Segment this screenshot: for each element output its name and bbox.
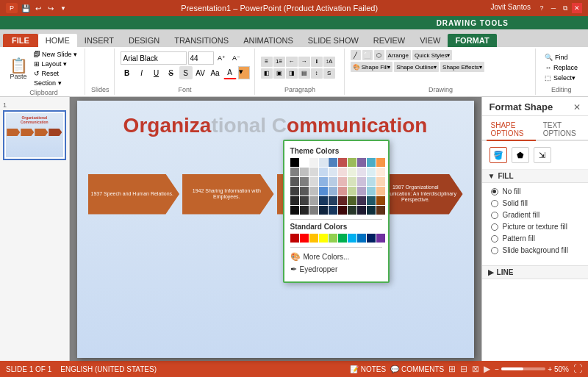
underline-btn[interactable]: U bbox=[150, 66, 163, 79]
line-section-header[interactable]: ▶ LINE bbox=[482, 265, 588, 279]
fill-option-picture[interactable]: Picture or texture fill bbox=[491, 223, 579, 231]
numbering-btn[interactable]: 1≡ bbox=[273, 57, 285, 67]
paste-btn[interactable]: 📋 Paste bbox=[7, 57, 29, 82]
theme-color-swatch[interactable] bbox=[338, 158, 347, 167]
reading-view-btn[interactable]: ⊠ bbox=[472, 364, 479, 374]
theme-color-swatch[interactable] bbox=[357, 196, 366, 205]
theme-color-swatch[interactable] bbox=[348, 177, 356, 186]
theme-color-swatch[interactable] bbox=[376, 196, 385, 205]
eyedropper-btn[interactable]: ✒ Eyedropper bbox=[290, 263, 382, 276]
normal-view-btn[interactable]: ⊞ bbox=[448, 364, 456, 374]
fill-radio-pattern[interactable] bbox=[491, 235, 498, 243]
layout-btn[interactable]: ⊞ Layout ▾ bbox=[31, 60, 80, 68]
standard-color-swatch[interactable] bbox=[338, 234, 347, 243]
comments-btn[interactable]: 💬 COMMENTS bbox=[390, 365, 444, 373]
theme-color-swatch[interactable] bbox=[329, 187, 337, 195]
tab-animations[interactable]: ANIMATIONS bbox=[236, 34, 301, 47]
fill-radio-solid[interactable] bbox=[491, 200, 498, 207]
theme-color-swatch[interactable] bbox=[338, 196, 347, 205]
size-icon-btn[interactable]: ⇲ bbox=[534, 147, 551, 163]
theme-color-swatch[interactable] bbox=[290, 196, 299, 205]
more-colors-btn[interactable]: 🎨 More Colors... bbox=[290, 251, 382, 263]
save-quick-btn[interactable]: 💾 bbox=[21, 3, 31, 13]
fill-option-gradient[interactable]: Gradient fill bbox=[491, 211, 579, 219]
close-btn[interactable]: ✕ bbox=[572, 3, 582, 13]
fill-option-slide-bg[interactable]: Slide background fill bbox=[491, 246, 579, 254]
fill-option-pattern[interactable]: Pattern fill bbox=[491, 234, 579, 243]
theme-color-swatch[interactable] bbox=[319, 206, 328, 215]
theme-color-swatch[interactable] bbox=[338, 177, 347, 186]
tab-text-options[interactable]: TEXT OPTIONS bbox=[539, 119, 584, 140]
theme-color-swatch[interactable] bbox=[357, 187, 366, 195]
undo-btn[interactable]: ↩ bbox=[33, 3, 43, 13]
tab-insert[interactable]: INSERT bbox=[77, 34, 121, 47]
theme-color-swatch[interactable] bbox=[300, 168, 309, 176]
select-btn[interactable]: ⬚ Select▾ bbox=[542, 73, 581, 82]
find-btn[interactable]: 🔍 Find bbox=[542, 53, 581, 62]
theme-color-swatch[interactable] bbox=[357, 177, 366, 186]
char-spacing-btn[interactable]: AV bbox=[194, 66, 207, 79]
theme-color-swatch[interactable] bbox=[290, 187, 299, 195]
fill-radio-picture[interactable] bbox=[491, 223, 498, 231]
theme-color-swatch[interactable] bbox=[319, 177, 328, 186]
font-color-dropdown-btn[interactable]: ▾ bbox=[238, 66, 250, 79]
theme-color-swatch[interactable] bbox=[376, 177, 385, 186]
theme-color-swatch[interactable] bbox=[348, 206, 356, 215]
theme-color-swatch[interactable] bbox=[290, 206, 299, 215]
theme-color-swatch[interactable] bbox=[329, 177, 337, 186]
theme-color-swatch[interactable] bbox=[319, 187, 328, 195]
zoom-out-btn[interactable]: − bbox=[495, 365, 499, 373]
shape3-btn[interactable]: ⬡ bbox=[374, 50, 384, 60]
slide-canvas[interactable]: Organizational Communication 1937 Speech… bbox=[77, 101, 474, 358]
font-color-btn[interactable]: A bbox=[223, 66, 237, 79]
theme-color-swatch[interactable] bbox=[348, 158, 356, 167]
theme-color-swatch[interactable] bbox=[348, 168, 356, 176]
theme-color-swatch[interactable] bbox=[319, 168, 328, 176]
notes-btn[interactable]: 📝 NOTES bbox=[350, 365, 386, 373]
theme-color-swatch[interactable] bbox=[376, 187, 385, 195]
theme-color-swatch[interactable] bbox=[357, 168, 366, 176]
theme-color-swatch[interactable] bbox=[300, 206, 309, 215]
standard-color-swatch[interactable] bbox=[367, 234, 376, 243]
tab-format[interactable]: FORMAT bbox=[448, 34, 496, 47]
theme-color-swatch[interactable] bbox=[300, 196, 309, 205]
theme-color-swatch[interactable] bbox=[309, 206, 318, 215]
theme-color-swatch[interactable] bbox=[309, 177, 318, 186]
tab-design[interactable]: DESIGN bbox=[121, 34, 167, 47]
strikethrough-btn[interactable]: S bbox=[165, 66, 178, 79]
theme-color-swatch[interactable] bbox=[309, 187, 318, 195]
theme-color-swatch[interactable] bbox=[367, 206, 376, 215]
new-slide-btn[interactable]: 🗐 New Slide ▾ bbox=[31, 50, 80, 59]
font-size-input[interactable] bbox=[188, 51, 214, 65]
fill-radio-none[interactable] bbox=[491, 188, 498, 195]
theme-color-swatch[interactable] bbox=[367, 196, 376, 205]
fill-radio-slide-bg[interactable] bbox=[491, 247, 498, 254]
fill-radio-gradient[interactable] bbox=[491, 212, 498, 219]
shadow-btn[interactable]: S bbox=[179, 66, 193, 79]
theme-color-swatch[interactable] bbox=[329, 206, 337, 215]
theme-color-swatch[interactable] bbox=[357, 158, 366, 167]
redo-btn[interactable]: ↪ bbox=[46, 3, 56, 13]
slideshow-btn[interactable]: ▶ bbox=[484, 364, 490, 374]
arrange-btn[interactable]: Arrange bbox=[386, 50, 411, 60]
increase-font-btn[interactable]: A⁺ bbox=[215, 51, 229, 65]
customize-btn[interactable]: ▼ bbox=[58, 3, 68, 13]
theme-color-swatch[interactable] bbox=[338, 168, 347, 176]
theme-color-swatch[interactable] bbox=[376, 206, 385, 215]
theme-color-swatch[interactable] bbox=[319, 196, 328, 205]
align-center-btn[interactable]: ▣ bbox=[273, 68, 285, 79]
theme-color-swatch[interactable] bbox=[357, 206, 366, 215]
bullets-btn[interactable]: ≡ bbox=[261, 57, 273, 67]
shape-outline-btn[interactable]: Shape Outline▾ bbox=[394, 62, 439, 72]
fill-option-solid[interactable]: Solid fill bbox=[491, 199, 579, 207]
shape2-btn[interactable]: ⬜ bbox=[362, 50, 373, 60]
columns-btn[interactable]: ⫿ bbox=[311, 57, 323, 67]
standard-color-swatch[interactable] bbox=[348, 234, 356, 243]
effects-icon-btn[interactable]: ⬟ bbox=[512, 147, 529, 163]
bold-btn[interactable]: B bbox=[121, 66, 134, 79]
standard-color-swatch[interactable] bbox=[290, 234, 299, 243]
change-case-btn[interactable]: Aa bbox=[209, 66, 222, 79]
font-name-input[interactable] bbox=[121, 51, 187, 65]
format-panel-close-btn[interactable]: ✕ bbox=[573, 102, 581, 112]
indent-more-btn[interactable]: → bbox=[298, 57, 310, 67]
